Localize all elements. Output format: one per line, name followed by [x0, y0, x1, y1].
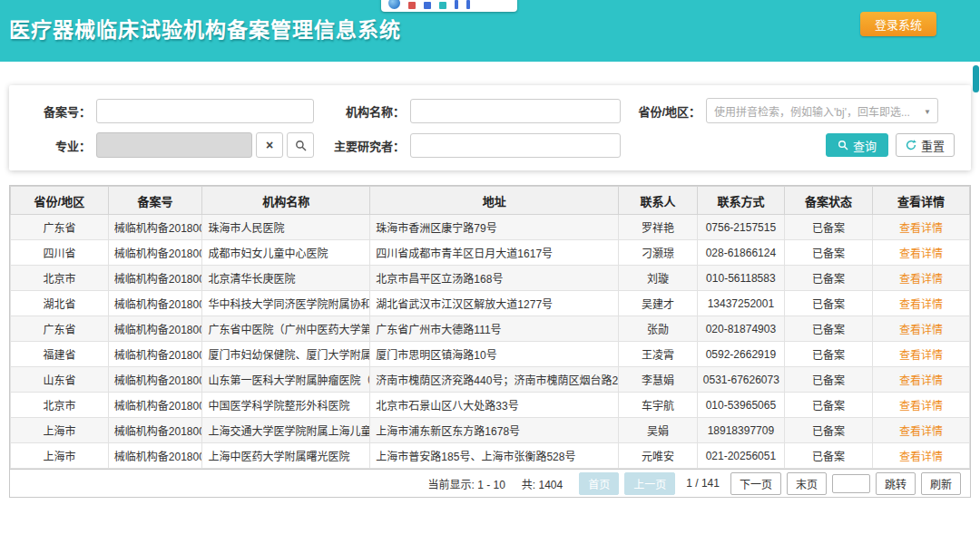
cell-province: 福建省 — [11, 342, 109, 367]
cell-detail: 查看详情 — [873, 342, 970, 367]
reset-button-label: 重置 — [921, 137, 945, 154]
cell-province: 上海市 — [11, 418, 109, 443]
last-page-button[interactable]: 末页 — [787, 472, 827, 495]
view-detail-link[interactable]: 查看详情 — [899, 425, 943, 438]
toolbar-icon — [455, 0, 458, 9]
cell-address: 上海市浦东新区东方路1678号 — [370, 418, 619, 443]
col-header-status: 备案状态 — [784, 187, 872, 215]
scrollbar-thumb[interactable] — [973, 65, 979, 92]
query-button[interactable]: 查询 — [826, 133, 888, 157]
cell-status: 已备案 — [784, 215, 872, 240]
filing-no-field-group: 备案号： — [25, 99, 316, 123]
cell-org-name: 北京清华长庚医院 — [202, 266, 370, 291]
org-name-input[interactable] — [410, 99, 621, 123]
table-row: 湖北省械临机构备201800004华中科技大学同济医学院附属协和医院湖北省武汉市… — [11, 291, 970, 316]
cell-contact: 吴建才 — [619, 291, 698, 316]
table-header-row: 省份/地区 备案号 机构名称 地址 联系人 联系方式 备案状态 查看详情 — [11, 187, 970, 215]
specialty-search-button[interactable] — [287, 132, 314, 158]
col-header-province: 省份/地区 — [11, 187, 109, 215]
first-page-button[interactable]: 首页 — [579, 472, 619, 495]
cell-province: 广东省 — [11, 316, 109, 342]
table-row: 北京市械临机构备201800003北京清华长庚医院北京市昌平区立汤路168号刘璇… — [11, 266, 970, 291]
cell-filing-no: 械临机构备201800003 — [108, 266, 202, 291]
view-detail-link[interactable]: 查看详情 — [899, 222, 943, 235]
cell-status: 已备案 — [784, 393, 872, 418]
cell-status: 已备案 — [784, 240, 872, 266]
page-title: 医疗器械临床试验机构备案管理信息系统 — [9, 13, 401, 44]
col-header-detail: 查看详情 — [873, 187, 970, 215]
province-label: 省份/地区： — [628, 102, 701, 120]
cell-detail: 查看详情 — [873, 215, 970, 240]
cell-detail: 查看详情 — [873, 443, 970, 469]
table-row: 北京市械临机构备201800008中国医学科学院整形外科医院北京市石景山区八大处… — [11, 393, 970, 418]
cell-address: 北京市昌平区立汤路168号 — [370, 266, 619, 291]
pagination-showing: 当前显示: 1 - 10 — [427, 476, 505, 491]
jump-page-input[interactable] — [832, 474, 870, 493]
cell-filing-no: 械临机构备201800007 — [108, 367, 202, 393]
cell-filing-no: 械临机构备201800006 — [108, 342, 202, 367]
view-detail-link[interactable]: 查看详情 — [899, 298, 943, 311]
cell-phone: 010-56118583 — [697, 266, 784, 291]
view-detail-link[interactable]: 查看详情 — [899, 248, 943, 260]
cell-org-name: 中国医学科学院整形外科医院 — [202, 393, 370, 418]
pagination-total: 共: 1404 — [522, 476, 563, 491]
refresh-button[interactable]: 刷新 — [921, 472, 961, 495]
view-detail-link[interactable]: 查看详情 — [899, 349, 943, 362]
province-field-group: 省份/地区： 使用拼音检索，例如输入'bj'，回车即选... ▼ — [628, 98, 938, 123]
search-row-2: 专业： × 主要研究者： 查询 重置 — [25, 132, 955, 158]
cell-contact: 李慧娟 — [619, 367, 698, 393]
prev-page-button[interactable]: 上一页 — [624, 472, 675, 495]
table-body: 广东省械临机构备201800001珠海市人民医院珠海市香洲区康宁路79号罗祥艳0… — [11, 215, 970, 469]
results-table: 省份/地区 备案号 机构名称 地址 联系人 联系方式 备案状态 查看详情 广东省… — [10, 186, 970, 469]
cell-phone: 0756-2157515 — [697, 215, 784, 240]
table-row: 福建省械临机构备201800006厦门市妇幼保健院、厦门大学附属...厦门市思明… — [11, 342, 970, 367]
pi-input[interactable] — [410, 133, 621, 158]
cell-org-name: 上海交通大学医学院附属上海儿童... — [202, 418, 370, 443]
reset-button[interactable]: 重置 — [896, 133, 955, 157]
table-row: 上海市械临机构备201800010上海中医药大学附属曙光医院上海市普安路185号… — [11, 443, 970, 469]
cell-detail: 查看详情 — [873, 393, 970, 418]
cell-org-name: 华中科技大学同济医学院附属协和医院 — [202, 291, 370, 316]
table-row: 广东省械临机构备201800001珠海市人民医院珠海市香洲区康宁路79号罗祥艳0… — [11, 215, 970, 240]
cell-phone: 18918397709 — [697, 418, 784, 443]
col-header-org-name: 机构名称 — [202, 187, 370, 215]
cell-address: 湖北省武汉市江汉区解放大道1277号 — [370, 291, 619, 316]
search-panel: 备案号： 机构名称： 省份/地区： 使用拼音检索，例如输入'bj'，回车即选..… — [9, 85, 971, 170]
filing-no-label: 备案号： — [25, 102, 91, 120]
specialty-input — [96, 132, 252, 158]
cell-status: 已备案 — [784, 443, 872, 469]
cell-address: 珠海市香洲区康宁路79号 — [370, 215, 619, 240]
cell-contact: 刁灏璟 — [619, 240, 698, 266]
filing-no-input[interactable] — [96, 99, 314, 123]
jump-button[interactable]: 跳转 — [876, 472, 916, 495]
search-row-1: 备案号： 机构名称： 省份/地区： 使用拼音检索，例如输入'bj'，回车即选..… — [25, 98, 955, 123]
view-detail-link[interactable]: 查看详情 — [899, 324, 943, 336]
login-button[interactable]: 登录系统 — [860, 12, 936, 36]
view-detail-link[interactable]: 查看详情 — [899, 273, 943, 286]
cell-filing-no: 械临机构备201800009 — [108, 418, 202, 443]
col-header-address: 地址 — [370, 187, 619, 215]
cell-contact: 刘璇 — [619, 266, 698, 291]
cell-address: 北京市石景山区八大处路33号 — [370, 393, 619, 418]
view-detail-link[interactable]: 查看详情 — [899, 400, 943, 413]
specialty-clear-button[interactable]: × — [256, 132, 283, 158]
cell-org-name: 成都市妇女儿童中心医院 — [202, 240, 370, 266]
cell-address: 厦门市思明区镇海路10号 — [370, 342, 619, 367]
pi-field-group: 主要研究者： — [328, 133, 621, 158]
cell-filing-no: 械临机构备201800004 — [108, 291, 202, 316]
cell-status: 已备案 — [784, 316, 872, 342]
cell-province: 广东省 — [11, 215, 109, 240]
cell-address: 广东省广州市大德路111号 — [370, 316, 619, 342]
table-head: 省份/地区 备案号 机构名称 地址 联系人 联系方式 备案状态 查看详情 — [11, 187, 970, 215]
cell-filing-no: 械临机构备201800005 — [108, 316, 202, 342]
cell-detail: 查看详情 — [873, 291, 970, 316]
org-name-field-group: 机构名称： — [328, 99, 621, 123]
cell-contact: 张勋 — [619, 316, 698, 342]
view-detail-link[interactable]: 查看详情 — [899, 451, 943, 463]
cell-phone: 020-81874903 — [697, 316, 784, 342]
chevron-down-icon: ▼ — [924, 108, 931, 116]
province-select[interactable]: 使用拼音检索，例如输入'bj'，回车即选... ▼ — [706, 98, 938, 123]
next-page-button[interactable]: 下一页 — [730, 472, 781, 495]
view-detail-link[interactable]: 查看详情 — [899, 374, 943, 387]
cell-phone: 0592-2662919 — [697, 342, 784, 367]
